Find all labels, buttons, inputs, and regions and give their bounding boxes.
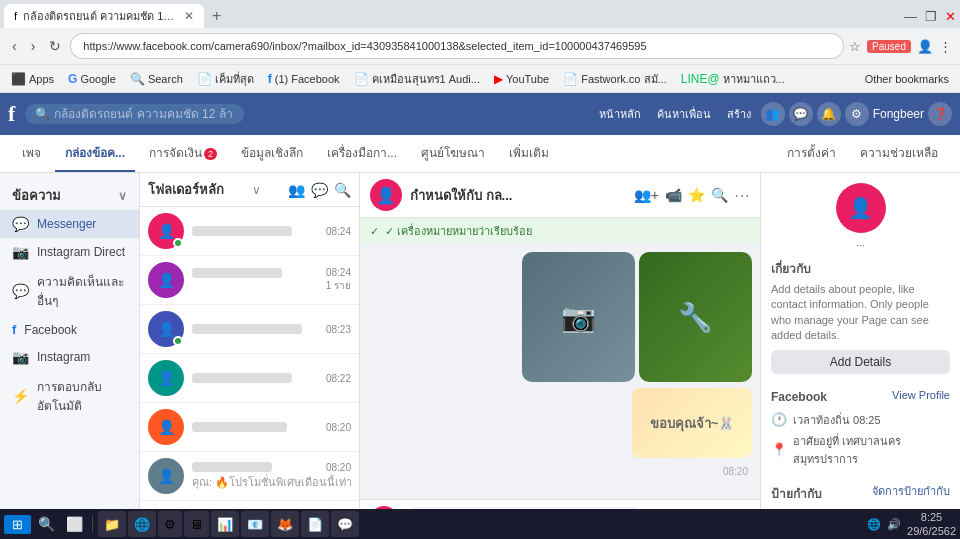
- product-image-display-2: 🔧: [639, 252, 752, 382]
- nav-icon-messenger[interactable]: 💬: [789, 102, 813, 126]
- taskbar-volume-icon[interactable]: 🔊: [887, 518, 901, 531]
- sidebar-item-instagram-direct[interactable]: 📷 Instagram Direct: [0, 238, 139, 266]
- taskbar-app-line[interactable]: 💬: [331, 511, 359, 537]
- location-icon: 📍: [771, 442, 787, 457]
- sidebar-item-facebook[interactable]: f Facebook: [0, 316, 139, 343]
- taskbar: ⊞ 🔍 ⬜ 📁 🌐 ⚙ 🖥 📊 📧 🦊 📄 💬 🌐 🔊 8:25 29/6/25…: [0, 509, 960, 539]
- search-box[interactable]: 🔍: [25, 104, 244, 124]
- bookmark-audit[interactable]: 📄 คเหมือนสุนทร1 Audi...: [351, 70, 483, 88]
- fb-username[interactable]: Fongbeer: [873, 107, 924, 121]
- message-item[interactable]: 👤 08:24 1 ราย: [140, 256, 359, 305]
- url-input[interactable]: [71, 34, 843, 58]
- message-item[interactable]: 👤 08:20: [140, 403, 359, 452]
- calculator-icon: 📊: [217, 517, 233, 532]
- active-tab[interactable]: f กล้องติดรถยนต์ ความคมชัด 12 ล้าน Full …: [4, 4, 204, 28]
- nav-item-home[interactable]: หน้าหลัก: [593, 101, 647, 127]
- taskbar-app-mail[interactable]: 📧: [241, 511, 269, 537]
- account-button[interactable]: 👤: [917, 39, 933, 54]
- bookmark-google-label: Google: [80, 73, 115, 85]
- subnav-page[interactable]: เพจ: [12, 135, 51, 172]
- subnav-insights[interactable]: ข้อมูลเชิงลึก: [231, 135, 313, 172]
- nav-icon-notifications[interactable]: 🔔: [817, 102, 841, 126]
- nav-item-create[interactable]: สร้าง: [721, 101, 757, 127]
- back-button[interactable]: ‹: [8, 36, 21, 56]
- new-tab-button[interactable]: +: [208, 7, 225, 25]
- sidebar-label-messenger: Messenger: [37, 217, 96, 231]
- subnav-more[interactable]: เพิ่มเติม: [499, 135, 559, 172]
- taskbar-app-explorer[interactable]: 📁: [98, 511, 126, 537]
- message-row: 📷 🔧: [368, 252, 752, 382]
- right-panel: 👤 ··· เกี่ยวกับ Add details about people…: [760, 173, 960, 539]
- chat-search-btn[interactable]: 🔍: [711, 186, 728, 205]
- search-messages-button[interactable]: 🔍: [334, 182, 351, 198]
- search-input[interactable]: [54, 107, 234, 121]
- menu-button[interactable]: ⋮: [939, 39, 952, 54]
- nav-icon-settings[interactable]: ⚙: [845, 102, 869, 126]
- subnav-settings[interactable]: การตั้งค่า: [777, 135, 846, 172]
- start-button[interactable]: ⊞: [4, 515, 31, 534]
- sidebar-item-messenger[interactable]: 💬 Messenger: [0, 210, 139, 238]
- taskbar-app-firefox[interactable]: 🦊: [271, 511, 299, 537]
- subnav-schedule[interactable]: การจัดเงิน2: [139, 135, 227, 172]
- product-image-2: 🔧: [639, 252, 752, 382]
- taskbar-app-edge[interactable]: 🌐: [128, 511, 156, 537]
- browser-chrome: f กล้องติดรถยนต์ ความคมชัด 12 ล้าน Full …: [0, 0, 960, 93]
- taskbar-app-calculator[interactable]: 📊: [211, 511, 239, 537]
- restore-button[interactable]: ❐: [925, 9, 937, 24]
- avatar-wrap: 👤: [148, 311, 184, 347]
- chat-add-people-btn[interactable]: 👥+: [634, 186, 659, 205]
- bookmark-star-button[interactable]: ☆: [849, 39, 861, 54]
- sidebar-item-instagram[interactable]: 📷 Instagram: [0, 343, 139, 371]
- tab-close-btn[interactable]: ✕: [184, 9, 194, 23]
- sidebar-label-instagram: Instagram: [37, 350, 90, 364]
- reload-button[interactable]: ↻: [45, 36, 65, 56]
- bookmark-facebook[interactable]: f (1) Facebook: [265, 72, 343, 86]
- new-group-button[interactable]: 👥: [288, 182, 305, 198]
- taskbar-app-word[interactable]: 📄: [301, 511, 329, 537]
- bookmark-other[interactable]: Other bookmarks: [862, 73, 952, 85]
- pause-button[interactable]: Paused: [867, 40, 911, 53]
- subnav-ads[interactable]: ศูนย์โฆษณา: [411, 135, 495, 172]
- message-time: 08:23: [326, 324, 351, 335]
- close-button[interactable]: ✕: [945, 9, 956, 24]
- bookmark-fastwork[interactable]: 📄 Fastwork.co สมั...: [560, 70, 670, 88]
- nav-icon-users[interactable]: 👥: [761, 102, 785, 126]
- view-profile-link[interactable]: View Profile: [892, 389, 950, 401]
- subnav-inbox[interactable]: กล่องข้อค...: [55, 135, 135, 172]
- taskbar-app-settings[interactable]: ⚙: [158, 511, 182, 537]
- bookmark-apps[interactable]: ⬛ Apps: [8, 72, 57, 86]
- taskbar-app-display[interactable]: 🖥: [184, 511, 209, 537]
- bookmark-line[interactable]: LINE@ หาหมาแถว...: [678, 70, 788, 88]
- chat-more-btn[interactable]: ⋯: [734, 186, 750, 205]
- taskbar-task-view[interactable]: ⬜: [61, 511, 87, 537]
- message-item[interactable]: 👤 08:22: [140, 354, 359, 403]
- subnav-tools[interactable]: เครื่องมือกา...: [317, 135, 407, 172]
- filter-button[interactable]: 💬: [311, 182, 328, 198]
- sidebar-item-auto-reply[interactable]: ⚡ การตอบกลับอัตโนมัติ: [0, 371, 139, 421]
- bookmark-search[interactable]: 🔍 Search: [127, 72, 186, 86]
- minimize-button[interactable]: —: [904, 9, 917, 24]
- bookmark-google[interactable]: G Google: [65, 72, 119, 86]
- nav-icon-help[interactable]: ❓: [928, 102, 952, 126]
- bookmark-youtube[interactable]: ▶ YouTube: [491, 72, 552, 86]
- chat-star-btn[interactable]: ⭐: [688, 186, 705, 205]
- nav-item-friends[interactable]: ค้นหาเพื่อน: [651, 101, 717, 127]
- manage-labels-link[interactable]: จัดการป้ายกำกับ: [872, 482, 950, 500]
- taskbar-search-icon[interactable]: 🔍: [33, 511, 59, 537]
- add-details-button[interactable]: Add Details: [771, 350, 950, 374]
- taskbar-network-icon[interactable]: 🌐: [867, 518, 881, 531]
- instagram-icon: 📷: [12, 349, 29, 365]
- folder-dropdown-icon[interactable]: ∨: [252, 183, 261, 197]
- forward-button[interactable]: ›: [27, 36, 40, 56]
- message-item[interactable]: 👤 08:20 คุณ: 🔥โปรโมชั่นพิเศษเดือนนี้เท่า…: [140, 452, 359, 501]
- address-bar: ‹ › ↻ ☆ Paused 👤 ⋮: [0, 28, 960, 64]
- chat-video-btn[interactable]: 📹: [665, 186, 682, 205]
- line-icon: LINE@: [681, 72, 720, 86]
- sidebar-item-comments[interactable]: 💬 ความคิดเห็นและอื่นๆ: [0, 266, 139, 316]
- clock-icon: 🕐: [771, 412, 787, 427]
- bookmark-kem[interactable]: 📄 เค็มที่สุด: [194, 70, 257, 88]
- subnav-help[interactable]: ความช่วยเหลือ: [850, 135, 948, 172]
- sidebar-collapse-btn[interactable]: ∨: [118, 189, 127, 203]
- message-item[interactable]: 👤 08:24: [140, 207, 359, 256]
- message-item[interactable]: 👤 08:23: [140, 305, 359, 354]
